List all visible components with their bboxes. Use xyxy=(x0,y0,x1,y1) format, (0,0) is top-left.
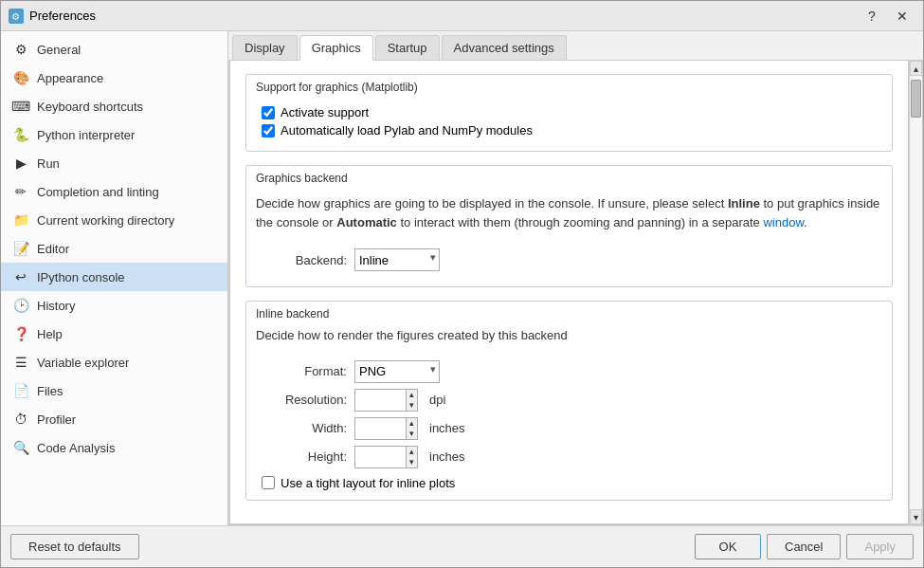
sidebar-item-run[interactable]: ▶Run xyxy=(1,149,227,177)
width-spinner-btns: ▴ ▾ xyxy=(407,417,418,440)
sidebar-item-help[interactable]: ❓Help xyxy=(1,320,227,348)
resolution-spinner-btns: ▴ ▾ xyxy=(407,389,418,412)
close-button[interactable]: ✕ xyxy=(889,6,915,27)
autoload-label: Automatically load Pylab and NumPy modul… xyxy=(281,123,533,137)
tab-graphics[interactable]: Graphics xyxy=(299,35,373,61)
sidebar-label-ipython-console: IPython console xyxy=(37,270,125,284)
cancel-button[interactable]: Cancel xyxy=(767,534,841,559)
support-section: Support for graphics (Matplotlib) Activa… xyxy=(245,74,893,152)
panel-scroll-container: Support for graphics (Matplotlib) Activa… xyxy=(228,61,923,525)
sidebar-item-general[interactable]: ⚙General xyxy=(1,35,227,64)
resolution-up-btn[interactable]: ▴ xyxy=(407,390,417,400)
sidebar-item-files[interactable]: 📄Files xyxy=(1,376,227,405)
height-down-btn[interactable]: ▾ xyxy=(407,457,417,467)
app-icon: ⚙ xyxy=(9,9,24,24)
sidebar-item-editor[interactable]: 📝Editor xyxy=(1,234,227,263)
main-panel: DisplayGraphicsStartupAdvanced settings … xyxy=(228,31,923,525)
sidebar-item-keyboard-shortcuts[interactable]: ⌨Keyboard shortcuts xyxy=(1,92,227,120)
window-link: window xyxy=(763,215,804,229)
sidebar-icon-general: ⚙ xyxy=(12,41,29,58)
activate-support-label: Activate support xyxy=(281,105,369,119)
height-label: Height: xyxy=(262,449,347,464)
scroll-down-arrow[interactable]: ▾ xyxy=(910,509,922,524)
sidebar-item-code-analysis[interactable]: 🔍Code Analysis xyxy=(1,433,227,462)
desc-1: Decide how graphics are going to be disp… xyxy=(256,196,728,211)
help-button[interactable]: ? xyxy=(859,6,885,27)
sidebar-label-appearance: Appearance xyxy=(37,71,103,85)
sidebar-label-current-working-directory: Current working directory xyxy=(37,213,174,228)
format-row: Format: PNG SVG PDF xyxy=(262,360,877,383)
activate-support-checkbox[interactable] xyxy=(262,106,275,119)
format-select-wrapper: PNG SVG PDF xyxy=(354,360,440,383)
svg-text:⚙: ⚙ xyxy=(11,11,20,22)
height-unit: inches xyxy=(429,449,465,464)
tight-layout-row[interactable]: Use a tight layout for inline plots xyxy=(262,476,877,490)
autoload-checkbox[interactable] xyxy=(262,124,275,137)
sidebar-icon-appearance: 🎨 xyxy=(12,69,29,86)
desc-4: . xyxy=(804,215,807,229)
sidebar-icon-completion-linting: ✏ xyxy=(12,183,29,200)
sidebar-icon-history: 🕑 xyxy=(12,297,29,314)
preferences-window: ⚙ Preferences ? ✕ ⚙General🎨Appearance⌨Ke… xyxy=(0,0,924,568)
backend-form-body: Backend: Inline Automatic Qt5 Qt4 Tk Wx xyxy=(246,239,892,286)
inline-text: Inline xyxy=(728,196,760,211)
height-input[interactable]: 2 xyxy=(354,446,407,468)
backend-select[interactable]: Inline Automatic Qt5 Qt4 Tk Wx None xyxy=(354,248,440,271)
sidebar-item-python-interpreter[interactable]: 🐍Python interpreter xyxy=(1,120,227,149)
tab-advanced-settings[interactable]: Advanced settings xyxy=(442,35,567,60)
width-input[interactable]: 3 xyxy=(354,417,407,440)
width-down-btn[interactable]: ▾ xyxy=(407,429,417,439)
width-up-btn[interactable]: ▴ xyxy=(407,418,417,429)
scroll-thumb[interactable] xyxy=(911,80,921,118)
sidebar-icon-files: 📄 xyxy=(12,382,29,399)
resolution-spinner: 75.0 ▴ ▾ xyxy=(354,389,418,412)
sidebar-item-variable-explorer[interactable]: ☰Variable explorer xyxy=(1,348,227,376)
bottom-bar: Reset to defaults OK Cancel Apply xyxy=(1,525,923,567)
sidebar-label-python-interpreter: Python interpreter xyxy=(37,128,135,142)
autoload-row[interactable]: Automatically load Pylab and NumPy modul… xyxy=(262,123,877,137)
sidebar-item-completion-linting[interactable]: ✏Completion and linting xyxy=(1,177,227,206)
sidebar-item-appearance[interactable]: 🎨Appearance xyxy=(1,64,227,92)
tabs-bar: DisplayGraphicsStartupAdvanced settings xyxy=(228,31,923,61)
format-select[interactable]: PNG SVG PDF xyxy=(354,360,440,383)
reset-defaults-button[interactable]: Reset to defaults xyxy=(10,534,139,559)
support-section-title: Support for graphics (Matplotlib) xyxy=(246,75,892,98)
resolution-unit: dpi xyxy=(429,393,445,407)
tab-display[interactable]: Display xyxy=(232,35,298,60)
tab-startup[interactable]: Startup xyxy=(375,35,440,60)
inline-description: Decide how to render the figures created… xyxy=(246,324,892,351)
backend-form-row: Backend: Inline Automatic Qt5 Qt4 Tk Wx xyxy=(262,248,877,271)
sidebar-icon-editor: 📝 xyxy=(12,240,29,257)
sidebar-item-current-working-directory[interactable]: 📁Current working directory xyxy=(1,206,227,234)
sidebar-label-help: Help xyxy=(37,327,63,341)
activate-support-row[interactable]: Activate support xyxy=(262,105,877,119)
sidebar-icon-code-analysis: 🔍 xyxy=(12,439,29,456)
support-section-body: Activate support Automatically load Pyla… xyxy=(246,98,892,151)
scrollbar[interactable]: ▴ ▾ xyxy=(909,61,922,524)
apply-button[interactable]: Apply xyxy=(846,534,914,559)
scroll-up-arrow[interactable]: ▴ xyxy=(910,61,922,76)
resolution-input[interactable]: 75.0 xyxy=(354,389,407,412)
sidebar-item-profiler[interactable]: ⏱Profiler xyxy=(1,405,227,433)
sidebar-item-history[interactable]: 🕑History xyxy=(1,291,227,320)
resolution-label: Resolution: xyxy=(262,393,347,407)
backend-description: Decide how graphics are going to be disp… xyxy=(246,189,892,239)
height-up-btn[interactable]: ▴ xyxy=(407,447,417,457)
backend-section: Graphics backend Decide how graphics are… xyxy=(245,165,893,287)
bottom-right: OK Cancel Apply xyxy=(695,534,914,559)
height-spinner-btns: ▴ ▾ xyxy=(407,446,418,468)
ok-button[interactable]: OK xyxy=(695,534,761,559)
sidebar-item-ipython-console[interactable]: ↩IPython console xyxy=(1,263,227,291)
tight-layout-checkbox[interactable] xyxy=(262,476,275,489)
height-row: Height: 2 ▴ ▾ inches xyxy=(262,446,877,468)
backend-label: Backend: xyxy=(262,253,347,267)
sidebar-label-keyboard-shortcuts: Keyboard shortcuts xyxy=(37,100,143,114)
titlebar: ⚙ Preferences ? ✕ xyxy=(1,1,923,31)
window-title: Preferences xyxy=(29,9,96,23)
resolution-down-btn[interactable]: ▾ xyxy=(407,400,417,411)
sidebar-label-general: General xyxy=(37,43,81,57)
backend-select-wrapper: Inline Automatic Qt5 Qt4 Tk Wx None xyxy=(354,248,440,271)
titlebar-left: ⚙ Preferences xyxy=(9,9,96,24)
panel-content: Support for graphics (Matplotlib) Activa… xyxy=(229,61,909,524)
inline-section-title: Inline backend xyxy=(246,302,892,324)
